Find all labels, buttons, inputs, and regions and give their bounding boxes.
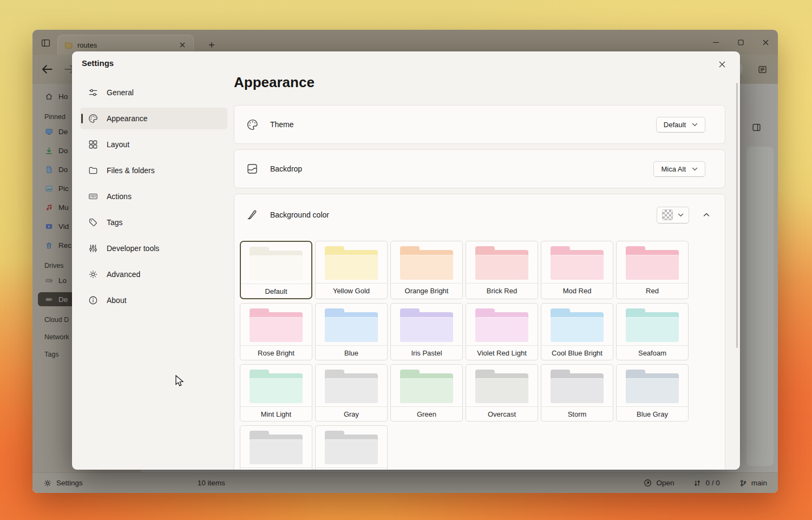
chevron-down-icon bbox=[678, 213, 684, 217]
folder-preview bbox=[250, 247, 303, 280]
color-swatch-grid: DefaultYellow GoldOrange BrightBrick Red… bbox=[240, 241, 725, 470]
color-swatch-label: Mint Light bbox=[240, 406, 312, 421]
color-swatch-seafoam[interactable]: Seafoam bbox=[616, 303, 689, 360]
nav-item-label: Files & folders bbox=[107, 166, 155, 175]
color-swatch-label: Overcast bbox=[466, 406, 538, 421]
appearance-icon bbox=[88, 114, 98, 124]
settings-nav-item-layout[interactable]: Layout bbox=[80, 134, 227, 155]
color-swatch-blue[interactable]: Blue bbox=[315, 303, 388, 360]
color-swatch-label: Seafoam bbox=[617, 345, 688, 360]
nav-item-label: Actions bbox=[107, 192, 132, 201]
color-swatch-label: Yellow Gold bbox=[316, 283, 387, 298]
color-swatch-iris-pastel[interactable]: Iris Pastel bbox=[390, 303, 463, 360]
color-swatch-partial-19[interactable] bbox=[315, 425, 388, 470]
color-swatch-blue-gray[interactable]: Blue Gray bbox=[616, 364, 689, 422]
nav-item-label: Developer tools bbox=[107, 244, 159, 253]
settings-nav-item-about[interactable]: About bbox=[80, 289, 227, 311]
nav-item-label: Tags bbox=[107, 218, 123, 227]
color-swatch-label: Orange Bright bbox=[391, 283, 462, 298]
background-color-swatch-dropdown[interactable] bbox=[657, 207, 689, 223]
chevron-down-icon bbox=[692, 123, 698, 127]
folder-preview bbox=[475, 308, 528, 342]
color-swatch-green[interactable]: Green bbox=[390, 364, 463, 422]
color-swatch-label: Rose Bright bbox=[240, 345, 312, 360]
color-swatch-rose-bright[interactable]: Rose Bright bbox=[240, 303, 312, 360]
backdrop-dropdown[interactable]: Mica Alt bbox=[653, 161, 705, 177]
tags-icon bbox=[88, 218, 98, 228]
color-swatch-cool-blue-bright[interactable]: Cool Blue Bright bbox=[541, 303, 613, 360]
files-folders-icon bbox=[88, 166, 98, 176]
color-swatch-brick-red[interactable]: Brick Red bbox=[466, 241, 538, 299]
backdrop-label: Backdrop bbox=[270, 164, 302, 173]
backdrop-setting-row: Backdrop Mica Alt bbox=[234, 149, 725, 188]
color-swatch-overcast[interactable]: Overcast bbox=[466, 364, 538, 422]
background-color-card: Background color DefaultYellow GoldOrang… bbox=[234, 194, 725, 470]
theme-label: Theme bbox=[270, 120, 294, 129]
dialog-title: Settings bbox=[82, 58, 114, 68]
color-swatch-mint-light[interactable]: Mint Light bbox=[240, 364, 312, 422]
folder-preview bbox=[626, 308, 679, 342]
folder-preview bbox=[400, 246, 453, 280]
color-swatch-default[interactable]: Default bbox=[240, 241, 312, 299]
color-swatch-yellow-gold[interactable]: Yellow Gold bbox=[315, 241, 388, 299]
settings-nav-item-appearance[interactable]: Appearance bbox=[80, 108, 227, 129]
desktop: { "accent_color": "#3e3c2e", "window": {… bbox=[0, 0, 812, 520]
nav-item-label: Layout bbox=[107, 140, 129, 149]
settings-nav-item-advanced[interactable]: Advanced bbox=[80, 264, 227, 285]
color-swatch-label: Default bbox=[241, 284, 311, 298]
color-swatch-label: Brick Red bbox=[466, 283, 538, 298]
folder-preview bbox=[325, 246, 378, 280]
theme-dropdown[interactable]: Default bbox=[656, 117, 705, 133]
color-swatch-label: Green bbox=[391, 406, 462, 421]
general-icon bbox=[88, 88, 98, 98]
settings-nav-item-developer-tools[interactable]: Developer tools bbox=[80, 238, 227, 259]
color-swatch-red[interactable]: Red bbox=[616, 241, 689, 299]
page-title: Appearance bbox=[234, 74, 725, 91]
dialog-scrollbar[interactable] bbox=[736, 83, 738, 348]
about-icon bbox=[88, 295, 98, 306]
background-color-label: Background color bbox=[270, 210, 329, 219]
nav-item-label: Appearance bbox=[107, 114, 148, 123]
color-swatch-label: Blue Gray bbox=[617, 406, 688, 421]
color-swatch-label bbox=[316, 468, 387, 470]
color-swatch-label: Cool Blue Bright bbox=[541, 345, 613, 360]
folder-preview bbox=[325, 431, 378, 464]
folder-preview bbox=[626, 370, 679, 403]
settings-nav-item-actions[interactable]: Actions bbox=[80, 186, 227, 207]
chevron-down-icon bbox=[692, 167, 698, 171]
folder-preview bbox=[626, 246, 679, 280]
color-swatch-label: Violet Red Light bbox=[466, 345, 538, 360]
actions-icon bbox=[88, 192, 98, 202]
settings-nav: GeneralAppearanceLayoutFiles & foldersAc… bbox=[80, 82, 227, 315]
nav-item-label: About bbox=[107, 296, 127, 305]
theme-palette-icon bbox=[245, 117, 259, 131]
theme-setting-row: Theme Default bbox=[234, 105, 725, 144]
layout-icon bbox=[88, 140, 98, 150]
settings-nav-item-tags[interactable]: Tags bbox=[80, 212, 227, 233]
backdrop-icon bbox=[245, 162, 259, 176]
paintbrush-icon bbox=[245, 208, 259, 222]
backdrop-dropdown-value: Mica Alt bbox=[661, 165, 686, 173]
color-swatch-gray[interactable]: Gray bbox=[315, 364, 388, 422]
color-swatch-orange-bright[interactable]: Orange Bright bbox=[390, 241, 463, 299]
color-swatch-storm[interactable]: Storm bbox=[541, 364, 613, 422]
folder-preview bbox=[475, 246, 528, 280]
color-swatch-label: Mod Red bbox=[541, 283, 613, 298]
settings-dialog: Settings GeneralAppearanceLayoutFiles & … bbox=[72, 51, 740, 470]
transparent-swatch-icon bbox=[662, 209, 673, 220]
background-color-header: Background color bbox=[234, 194, 725, 235]
files-app-window: routes HoPinnedDeDoD bbox=[32, 30, 778, 493]
collapse-section-button[interactable] bbox=[698, 207, 715, 223]
settings-nav-item-files-folders[interactable]: Files & folders bbox=[80, 160, 227, 181]
folder-preview bbox=[551, 246, 604, 280]
chevron-up-icon bbox=[703, 213, 710, 217]
theme-dropdown-value: Default bbox=[664, 121, 686, 129]
settings-nav-item-general[interactable]: General bbox=[80, 82, 227, 103]
folder-preview bbox=[400, 308, 453, 342]
color-swatch-partial-18[interactable] bbox=[240, 425, 312, 470]
color-swatch-violet-red-light[interactable]: Violet Red Light bbox=[466, 303, 538, 360]
folder-preview bbox=[250, 370, 303, 403]
color-swatch-label: Red bbox=[617, 283, 688, 298]
color-swatch-mod-red[interactable]: Mod Red bbox=[541, 241, 613, 299]
folder-preview bbox=[475, 370, 528, 403]
